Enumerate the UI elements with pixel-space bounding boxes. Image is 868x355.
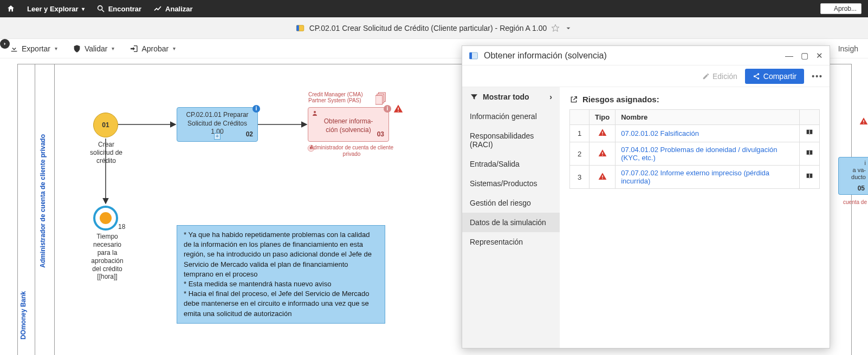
task-prepare-request[interactable]: i CP.02.01.01 Preparar Solicitud de Créd… [177, 107, 258, 142]
panel-title-text: Obtener información (solvencia) [484, 51, 607, 61]
page-title: CP.02.01 Crear Solicitud de Crédito (Cli… [309, 24, 547, 32]
task-type-icon [469, 51, 478, 61]
svg-rect-7 [375, 96, 383, 105]
top-navbar: Leer y Explorar ▾ Encontrar Analizar Apr… [0, 0, 868, 17]
svg-rect-25 [602, 132, 603, 134]
export-label: Exportar [22, 44, 50, 53]
read-explore-menu[interactable]: Leer y Explorar ▾ [27, 5, 85, 13]
download-icon [10, 44, 18, 53]
subprocess-expand-icon[interactable]: + [214, 133, 221, 140]
nav-io[interactable]: Entrada/Salida [462, 154, 560, 174]
risk-link[interactable]: 07.02.01.02 Falsificación [621, 129, 699, 137]
nav-risk[interactable]: Gestión del riesgo [462, 193, 560, 213]
analyze-button[interactable]: Analizar [153, 4, 193, 13]
table-row[interactable]: 207.04.01.02 Problemas de idoneidad / di… [570, 142, 820, 166]
row-index: 2 [570, 142, 590, 166]
info-icon[interactable]: i [384, 105, 391, 113]
chevron-right-icon [2, 41, 8, 47]
risk-link[interactable]: 07.07.02.02 Informe externo impreciso (p… [621, 169, 769, 185]
task-obtain-roles: Credit Manager (CMA) Partner System (PAS… [308, 91, 363, 103]
nav-simulation-label: Datos de la simulación [470, 218, 546, 227]
info-icon[interactable]: i [865, 160, 866, 166]
approve-top-button[interactable]: Aprob... [820, 3, 861, 14]
panel-share-button[interactable]: Compartir [745, 69, 804, 84]
details-panel: Obtener información (solvencia) — ▢ ✕ Ed… [462, 45, 830, 349]
chevron-right-icon: › [549, 93, 552, 101]
task-obtain-num: 03 [377, 130, 384, 139]
expand-sidebar-handle[interactable] [0, 39, 10, 49]
task-clipped-title: a va- ducto [840, 167, 866, 181]
find-label: Encontrar [108, 5, 141, 13]
risks-section-header: Riesgos asignados: [569, 95, 820, 104]
nav-raci-label: Responsabilidades (RACI) [470, 132, 552, 149]
validate-button[interactable]: Validar ▾ [73, 44, 115, 53]
panel-content-area: Riesgos asignados: Tipo Nombre 107.02.01… [560, 87, 830, 348]
signout-icon [825, 5, 832, 12]
row-index: 1 [570, 125, 590, 142]
panel-titlebar: Obtener información (solvencia) — ▢ ✕ [462, 46, 830, 65]
svg-rect-14 [863, 123, 864, 123]
table-row[interactable]: 107.02.01.02 Falsificación [570, 125, 820, 142]
find-button[interactable]: Encontrar [96, 4, 141, 13]
task-obtain-info[interactable]: Credit Manager (CMA) Partner System (PAS… [308, 107, 389, 142]
panel-more-button[interactable]: ••• [812, 72, 823, 81]
nav-systems[interactable]: Sistemas/Productos [462, 174, 560, 193]
svg-point-22 [757, 77, 760, 80]
pool-label: DOmoney Bank [20, 291, 27, 339]
pencil-icon [702, 73, 710, 80]
start-event-label: Crear solicitud de crédito [87, 141, 126, 165]
svg-rect-30 [602, 178, 603, 179]
panel-edit-button[interactable]: Edición [702, 72, 737, 81]
start-event[interactable]: 01 [93, 113, 118, 137]
export-button[interactable]: Exportar ▾ [10, 44, 57, 53]
svg-rect-11 [398, 108, 399, 110]
warning-icon[interactable] [393, 104, 403, 115]
approve-label: Aprobar [141, 44, 169, 53]
task-clipped-num: 05 [858, 185, 865, 192]
row-name: 07.02.01.02 Falsificación [616, 125, 800, 142]
signout-icon [129, 44, 138, 53]
analyze-label: Analizar [165, 5, 193, 13]
row-type-icon [590, 142, 616, 166]
panel-maximize-button[interactable]: ▢ [801, 51, 808, 61]
chevron-down-icon[interactable] [564, 24, 573, 32]
home-button[interactable] [7, 4, 15, 13]
nav-simulation[interactable]: Datos de la simulación [462, 213, 560, 232]
nav-general-label: Información general [470, 112, 537, 121]
timer-event[interactable] [93, 206, 118, 231]
approve-top-label: Aprob... [834, 5, 857, 12]
tab-insight[interactable]: Insigh [838, 44, 858, 53]
table-row[interactable]: 307.07.02.02 Informe externo impreciso (… [570, 166, 820, 189]
nav-raci[interactable]: Responsabilidades (RACI) [462, 126, 560, 154]
warning-icon[interactable] [859, 117, 868, 127]
task-clipped-right[interactable]: i a va- ducto 05 [838, 157, 868, 195]
svg-rect-28 [602, 155, 603, 155]
nav-show-all-label: Mostrar todo [483, 93, 529, 101]
svg-line-1 [102, 10, 104, 12]
svg-rect-26 [602, 134, 603, 135]
row-name: 07.04.01.02 Problemas de idoneidad / div… [616, 142, 800, 166]
row-book-icon[interactable] [800, 142, 820, 166]
svg-rect-29 [602, 175, 603, 178]
svg-line-23 [755, 74, 757, 75]
panel-side-nav: Mostrar todo › Información general Respo… [462, 87, 560, 348]
approve-button[interactable]: Aprobar ▾ [129, 44, 176, 53]
timer-event-token: [[hora]] [93, 273, 121, 281]
svg-rect-3 [296, 25, 299, 31]
risk-link[interactable]: 07.04.01.02 Problemas de idoneidad / div… [621, 146, 777, 162]
read-explore-label: Leer y Explorar [27, 5, 79, 13]
svg-marker-4 [552, 24, 559, 31]
col-book [800, 110, 820, 125]
row-type-icon [590, 125, 616, 142]
nav-representation[interactable]: Representación [462, 232, 560, 252]
timer-event-label: Tiempo necesario para la aprobación del … [87, 233, 128, 273]
shield-icon [73, 44, 81, 53]
nav-show-all[interactable]: Mostrar todo › [462, 87, 560, 107]
favorite-star-icon[interactable] [551, 24, 560, 32]
row-book-icon[interactable] [800, 125, 820, 142]
row-book-icon[interactable] [800, 166, 820, 189]
nav-general[interactable]: Información general [462, 107, 560, 126]
info-icon[interactable]: i [252, 105, 260, 113]
panel-minimize-button[interactable]: — [785, 51, 793, 61]
panel-close-button[interactable]: ✕ [816, 51, 823, 61]
